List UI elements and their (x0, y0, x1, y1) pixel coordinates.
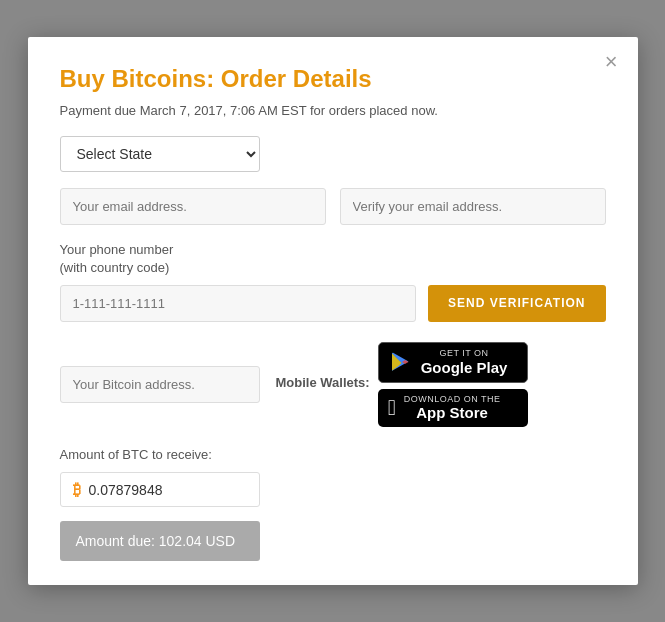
amount-label: Amount of BTC to receive: (60, 447, 606, 462)
app-store-text: Download on the App Store (404, 394, 501, 423)
modal-overlay: × Buy Bitcoins: Order Details Payment du… (0, 0, 665, 622)
amount-due-button[interactable]: Amount due: 102.04 USD (60, 521, 260, 561)
phone-label: Your phone number (with country code) (60, 241, 606, 277)
state-select[interactable]: Select State Alabama Alaska Arizona Cali… (60, 136, 260, 172)
btc-amount-box: ₿ 0.07879848 (60, 472, 260, 507)
close-button[interactable]: × (601, 51, 622, 73)
send-verification-button[interactable]: SEND VERIFICATION (428, 285, 605, 322)
google-play-button[interactable]: GET IT ON Google Play (378, 342, 528, 383)
email-row (60, 188, 606, 225)
order-details-modal: × Buy Bitcoins: Order Details Payment du… (28, 37, 638, 586)
btc-value: 0.07879848 (89, 482, 163, 498)
google-play-text: GET IT ON Google Play (421, 348, 508, 377)
modal-title: Buy Bitcoins: Order Details (60, 65, 606, 93)
google-play-icon (389, 350, 413, 374)
store-badges: GET IT ON Google Play  Download on the … (378, 342, 528, 428)
app-store-button[interactable]:  Download on the App Store (378, 389, 528, 428)
btc-icon: ₿ (73, 481, 81, 498)
mobile-wallets-label: Mobile Wallets: (276, 375, 370, 390)
phone-row: SEND VERIFICATION (60, 285, 606, 322)
apple-icon:  (388, 397, 396, 419)
phone-input[interactable] (60, 285, 417, 322)
wallets-row-inner: Mobile Wallets: GET IT ON Goog (276, 342, 528, 428)
wallets-section: Mobile Wallets: GET IT ON Goog (276, 342, 528, 428)
email-input[interactable] (60, 188, 326, 225)
subtitle-text: Payment due March 7, 2017, 7:06 AM EST f… (60, 103, 606, 118)
bitcoin-wallets-row: Mobile Wallets: GET IT ON Goog (60, 342, 606, 428)
verify-email-input[interactable] (340, 188, 606, 225)
bitcoin-address-input[interactable] (60, 366, 260, 403)
